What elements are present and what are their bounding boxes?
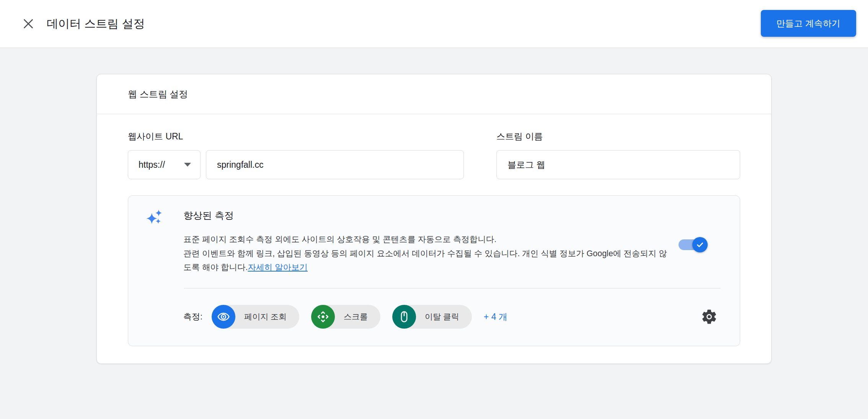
chip-outbound-clicks[interactable]: 이탈 클릭 [392, 305, 472, 329]
chip-page-views[interactable]: 페이지 조회 [212, 305, 299, 329]
enhanced-measurement-settings-button[interactable] [700, 308, 718, 326]
description-line-1: 표준 페이지 조회수 측정 외에도 사이트의 상호작용 및 콘텐츠를 자동으로 … [183, 235, 496, 244]
chip-label: 이탈 클릭 [425, 311, 459, 322]
gear-icon [700, 308, 718, 326]
measure-label: 측정: [183, 311, 202, 322]
stream-name-field: 스트림 이름 [496, 131, 740, 179]
learn-more-link[interactable]: 자세히 알아보기 [248, 263, 307, 272]
chip-scrolls[interactable]: 스크롤 [311, 305, 380, 329]
panel-divider [184, 288, 721, 288]
close-icon [21, 17, 35, 31]
description-line-2: 관련 이벤트와 함께 링크, 삽입된 동영상 등의 페이지 요소에서 데이터가 … [183, 249, 667, 258]
chip-label: 스크롤 [344, 311, 368, 322]
sparkle-icon [146, 208, 164, 227]
website-url-input[interactable] [206, 150, 464, 179]
protocol-select[interactable]: https:// [128, 150, 201, 179]
mouse-icon [392, 305, 416, 329]
website-url-controls: https:// [128, 150, 464, 179]
chip-label: 페이지 조회 [244, 311, 287, 322]
card-header: 웹 스트림 설정 [97, 74, 771, 114]
eye-icon [212, 305, 235, 329]
stream-form-row: 웹사이트 URL https:// 스트림 이름 [128, 131, 740, 179]
dialog-header: 데이터 스트림 설정 만들고 계속하기 [0, 0, 868, 48]
stream-name-input[interactable] [496, 150, 740, 179]
enhanced-measurement-description: 표준 페이지 조회수 측정 외에도 사이트의 상호작용 및 콘텐츠를 자동으로 … [183, 232, 727, 275]
web-stream-settings-card: 웹 스트림 설정 웹사이트 URL https:// 스트림 이름 [96, 74, 772, 364]
page-title: 데이터 스트림 설정 [47, 16, 145, 32]
stream-name-label: 스트림 이름 [496, 131, 740, 142]
card-section-title: 웹 스트림 설정 [128, 88, 188, 100]
close-button[interactable] [19, 15, 38, 33]
enhanced-measurement-title: 향상된 측정 [183, 209, 234, 222]
enhanced-measurement-panel: 향상된 측정 표준 페이지 조회수 측정 외에도 사이트의 상호작용 및 콘텐츠… [128, 195, 740, 346]
create-and-continue-button[interactable]: 만들고 계속하기 [761, 10, 856, 37]
more-events-link[interactable]: + 4 개 [484, 311, 507, 323]
card-body: 웹사이트 URL https:// 스트림 이름 [97, 131, 771, 346]
chevron-down-icon [184, 163, 191, 167]
website-url-label: 웹사이트 URL [128, 131, 464, 142]
measurement-chips-row: 측정: 페이지 조회 [183, 305, 507, 329]
website-url-field: 웹사이트 URL https:// [128, 131, 464, 179]
scroll-icon [311, 305, 335, 329]
description-line-3: 도록 해야 합니다. [183, 263, 248, 272]
protocol-value: https:// [139, 160, 165, 170]
